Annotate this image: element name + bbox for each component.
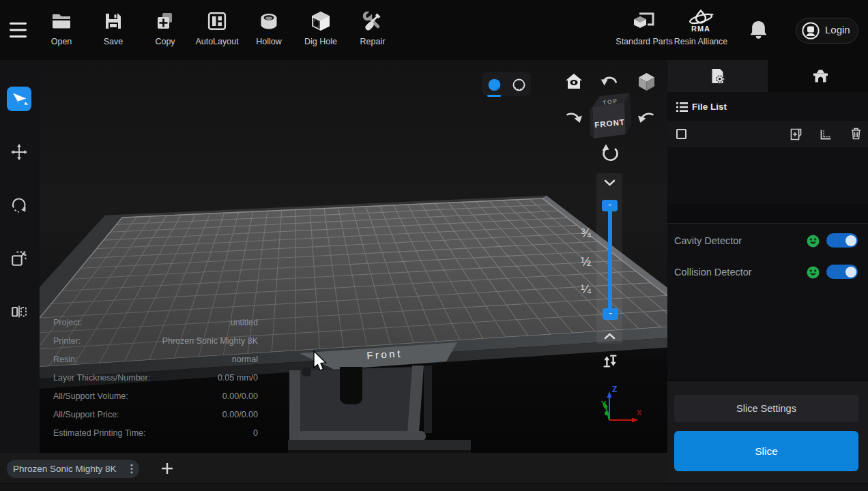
svg-text:X: X <box>637 408 642 417</box>
svg-text:RMA: RMA <box>691 25 710 33</box>
svg-text:Z: Z <box>612 385 617 394</box>
svg-text:Y: Y <box>601 400 607 408</box>
